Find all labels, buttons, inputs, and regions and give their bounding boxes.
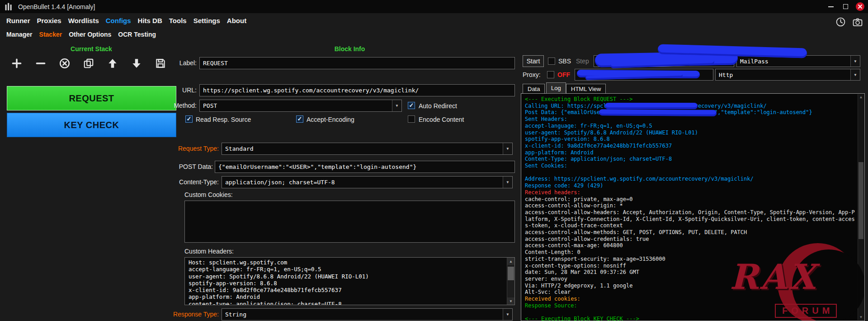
log-line: spotify-app-version: 8.6.8 bbox=[525, 136, 855, 143]
encode-content-label: Encode Content bbox=[419, 116, 464, 123]
scroll-up-icon[interactable]: ▲ bbox=[507, 258, 514, 265]
camera-icon[interactable] bbox=[851, 15, 864, 29]
method-select[interactable]: POST bbox=[199, 100, 402, 112]
log-line: Alt-Svc: clear bbox=[525, 289, 855, 296]
chevron-down-icon bbox=[503, 143, 512, 154]
log-scrollbar[interactable]: ▲ ▼ bbox=[858, 94, 864, 320]
tab-log[interactable]: Log bbox=[546, 82, 566, 94]
menu-item-settings[interactable]: Settings bbox=[193, 17, 220, 24]
log-line: Received cookies: bbox=[525, 296, 855, 302]
sbs-checkbox[interactable] bbox=[548, 57, 555, 65]
log-line: Received headers: bbox=[525, 189, 855, 196]
disable-block-icon[interactable] bbox=[58, 57, 71, 70]
stack-block-keycheck[interactable]: KEY CHECK bbox=[7, 113, 176, 137]
log-line: x-content-type-options: nosniff bbox=[525, 263, 855, 269]
custom-cookies-textarea[interactable] bbox=[184, 201, 515, 243]
menu-item-runner[interactable]: Runner bbox=[6, 17, 30, 24]
tab-html-view[interactable]: HTML View bbox=[566, 84, 606, 94]
chevron-down-icon bbox=[850, 56, 860, 67]
custom-headers-scrollbar[interactable]: ▲ ▼ bbox=[507, 258, 514, 305]
auto-redirect-label: Auto Redirect bbox=[419, 102, 457, 110]
read-resp-source-checkbox[interactable] bbox=[185, 115, 193, 123]
log-line: app-platform: Android bbox=[525, 149, 855, 156]
log-line bbox=[525, 169, 855, 176]
custom-headers-label: Custom Headers: bbox=[184, 248, 234, 255]
log-line: Content-Type: application/json; charset=… bbox=[525, 156, 855, 163]
scroll-up-icon[interactable]: ▲ bbox=[858, 94, 864, 100]
menu-item-configs[interactable]: Configs bbox=[106, 17, 131, 24]
log-line: server: envoy bbox=[525, 276, 855, 283]
post-data-label: POST Data: bbox=[149, 163, 213, 170]
url-field-label: URL: bbox=[136, 86, 197, 94]
post-data-input[interactable]: {"emailOrUsername":"<USER>","template":"… bbox=[215, 161, 515, 173]
log-line: access-control-allow-origin: * bbox=[525, 202, 855, 209]
log-line: Sent Cookies: bbox=[525, 163, 855, 169]
maximize-button[interactable] bbox=[840, 2, 851, 11]
log-line: x-client-id: 9a8d2f0ce77a4e248bb71fefcb5… bbox=[525, 143, 855, 149]
menu-item-tools[interactable]: Tools bbox=[169, 17, 187, 24]
log-line bbox=[525, 309, 855, 316]
submenu-bar: ManagerStackerOther OptionsOCR Testing bbox=[0, 28, 868, 41]
log-line: accept-language: fr-FR;q=1, en-US;q=0.5 bbox=[525, 123, 855, 129]
redaction-scribble bbox=[599, 109, 717, 116]
scroll-down-icon[interactable]: ▼ bbox=[507, 297, 514, 305]
request-type-select[interactable]: Standard bbox=[222, 143, 513, 155]
scrollbar-thumb[interactable] bbox=[508, 267, 514, 280]
move-up-icon[interactable] bbox=[106, 57, 119, 70]
label-field-label: Label: bbox=[136, 59, 197, 67]
accept-encoding-checkbox[interactable] bbox=[296, 115, 303, 123]
app-logo-icon bbox=[5, 2, 13, 12]
url-input[interactable]: https://spclient.wg.spotify.com/accountr… bbox=[199, 84, 515, 96]
content-type-select[interactable]: application/json; charset=UTF-8 bbox=[222, 176, 513, 188]
redaction-scribble bbox=[605, 103, 698, 109]
menu-item-wordlists[interactable]: Wordlists bbox=[68, 17, 99, 24]
scroll-down-icon[interactable]: ▼ bbox=[858, 314, 864, 320]
block-info-header: Block Info bbox=[184, 45, 515, 53]
close-icon bbox=[856, 2, 864, 11]
proxy-checkbox[interactable] bbox=[547, 71, 554, 78]
log-line: <--- Executing Block KEY CHECK ---> bbox=[525, 316, 855, 321]
log-line: access-control-allow-headers: Accept, Au… bbox=[525, 209, 855, 229]
submenu-item-manager[interactable]: Manager bbox=[6, 31, 33, 38]
clock-icon[interactable] bbox=[834, 15, 847, 29]
submenu-item-ocr-testing[interactable]: OCR Testing bbox=[118, 31, 156, 38]
label-input[interactable]: REQUEST bbox=[199, 57, 515, 69]
log-line: access-control-allow-credentials: true bbox=[525, 236, 855, 243]
remove-block-icon[interactable] bbox=[34, 57, 47, 70]
log-line: Response code: 429 (429) bbox=[525, 182, 855, 189]
submenu-items: ManagerStackerOther OptionsOCR Testing bbox=[6, 31, 156, 38]
submenu-item-stacker[interactable]: Stacker bbox=[39, 31, 62, 38]
menu-bar: RunnerProxiesWordlistsConfigsHits DBTool… bbox=[0, 13, 868, 28]
start-button[interactable]: Start bbox=[523, 55, 544, 67]
step-button[interactable]: Step bbox=[576, 57, 589, 65]
log-line: user-agent: Spotify/8.6.8 Android/22 (HU… bbox=[525, 129, 855, 136]
log-line: access-control-allow-methods: GET, POST,… bbox=[525, 229, 855, 236]
custom-headers-textarea[interactable]: Host: spclient.wg.spotify.com accept-lan… bbox=[184, 257, 515, 305]
clone-block-icon[interactable] bbox=[82, 57, 95, 70]
proxy-status: OFF bbox=[557, 71, 570, 78]
response-type-select[interactable]: String bbox=[222, 308, 513, 321]
log-line: Via: HTTP/2 edgeproxy, 1.1 google bbox=[525, 283, 855, 289]
auto-redirect-checkbox[interactable] bbox=[408, 102, 415, 109]
encode-content-checkbox[interactable] bbox=[408, 115, 415, 123]
read-resp-source-label: Read Resp. Source bbox=[196, 116, 251, 123]
add-block-icon[interactable] bbox=[10, 57, 24, 70]
menu-item-about[interactable]: About bbox=[227, 17, 246, 24]
scrollbar-thumb[interactable] bbox=[859, 162, 863, 239]
custom-cookies-label: Custom Cookies: bbox=[184, 191, 233, 198]
menu-item-proxies[interactable]: Proxies bbox=[37, 17, 61, 24]
close-button[interactable] bbox=[854, 2, 865, 11]
chevron-down-icon bbox=[503, 309, 512, 320]
menu-item-hits-db[interactable]: Hits DB bbox=[138, 17, 162, 24]
log-line: cache-control: private, max-age=0 bbox=[525, 196, 855, 203]
submenu-item-other-options[interactable]: Other Options bbox=[69, 31, 111, 38]
log-line: <--- Executing Block REQUEST ---> bbox=[525, 96, 855, 103]
content-type-label: Content-Type: bbox=[149, 178, 219, 186]
tab-data[interactable]: Data bbox=[523, 84, 545, 94]
menu-items: RunnerProxiesWordlistsConfigsHits DBTool… bbox=[6, 17, 246, 24]
log-line: Sent Headers: bbox=[525, 116, 855, 123]
proxy-type-select[interactable]: Http bbox=[715, 69, 860, 81]
title-bar: OpenBullet 1.4.4 [Anomaly] bbox=[0, 0, 868, 13]
minimize-button[interactable] bbox=[826, 2, 836, 11]
log-line: Content-Length: 0 bbox=[525, 249, 855, 256]
